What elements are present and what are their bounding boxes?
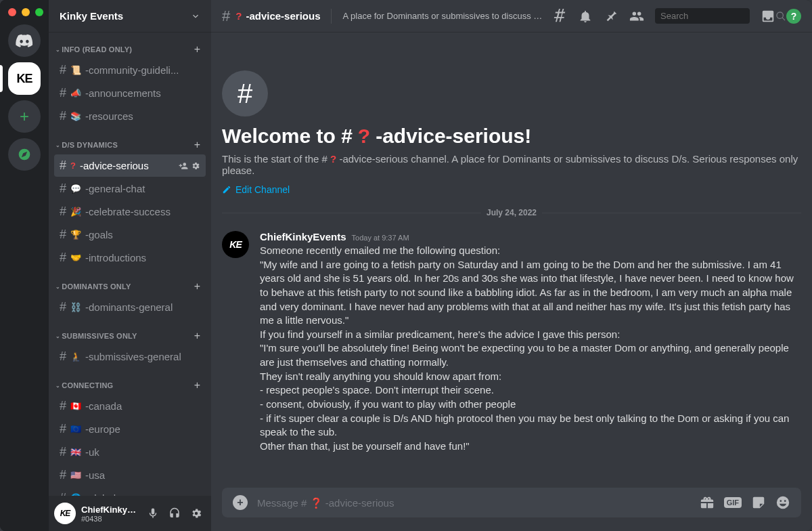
emoji-button[interactable] <box>775 495 790 510</box>
window-controls <box>8 8 43 16</box>
channel-emoji-icon: 📣 <box>70 88 81 98</box>
channel-label: -usa <box>85 469 200 481</box>
chevron-icon: ⌄ <box>55 333 60 339</box>
emoji-icon <box>775 495 790 510</box>
channel-item[interactable]: #🇺🇸-usa <box>54 464 206 486</box>
category-header[interactable]: ⌄ D/S DYNAMICS+ <box>54 139 206 154</box>
channel-item[interactable]: #🏆-goals <box>54 224 206 246</box>
settings-button[interactable] <box>187 504 206 523</box>
divider <box>331 9 332 24</box>
channel-label: -canada <box>85 400 200 412</box>
hash-icon: # <box>60 86 66 100</box>
channel-list[interactable]: ⌄ INFO (READ ONLY)+#📜-community-guideli.… <box>49 33 211 496</box>
mute-button[interactable] <box>143 504 162 523</box>
gift-button[interactable] <box>700 495 715 510</box>
channel-emoji-icon: 📜 <box>70 65 81 75</box>
bell-icon <box>578 9 593 24</box>
channel-label: -celebrate-success <box>85 206 200 217</box>
gear-icon[interactable] <box>191 161 200 171</box>
message-input[interactable] <box>257 497 690 509</box>
add-server-button[interactable]: + <box>8 100 41 133</box>
message-area[interactable]: # Welcome to # ? -advice-serious! This i… <box>211 33 812 488</box>
discord-logo-icon <box>16 34 33 47</box>
channel-item[interactable]: #💬-general-chat <box>54 177 206 200</box>
add-channel-button[interactable]: + <box>194 139 200 151</box>
maximize-window-button[interactable] <box>35 8 43 16</box>
microphone-icon <box>147 507 159 519</box>
channel-emoji-icon: ⛓️ <box>70 302 81 312</box>
add-channel-button[interactable]: + <box>194 43 200 56</box>
server-kinky-events[interactable]: KE <box>8 62 41 95</box>
question-icon: ? <box>70 161 76 171</box>
category-header[interactable]: ⌄ CONNECTING+ <box>54 379 206 394</box>
category: ⌄ SUBMISSIVES ONLY+#🧎-submissives-genera… <box>49 319 211 368</box>
channel-topic[interactable]: A place for Dominants or submissives to … <box>342 11 547 21</box>
explore-servers-button[interactable] <box>8 138 41 171</box>
server-name: Kinky Events <box>60 10 123 22</box>
category-header[interactable]: ⌄ SUBMISSIVES ONLY+ <box>54 330 206 345</box>
attach-button[interactable]: + <box>233 495 248 510</box>
channel-item[interactable]: #🇬🇧-uk <box>54 441 206 463</box>
channel-item[interactable]: #🤝-introductions <box>54 247 206 269</box>
members-button[interactable] <box>629 9 644 24</box>
channel-emoji-icon: 🇬🇧 <box>70 447 81 457</box>
chevron-down-icon <box>191 12 200 21</box>
gif-button[interactable]: GIF <box>724 497 742 508</box>
category-header[interactable]: ⌄ DOMINANTS ONLY+ <box>54 280 206 295</box>
help-button[interactable]: ? <box>786 9 801 24</box>
inbox-button[interactable] <box>761 9 775 24</box>
search-box[interactable] <box>655 8 750 24</box>
channel-header: # ? -advice-serious A place for Dominant… <box>211 0 812 33</box>
close-window-button[interactable] <box>8 8 16 16</box>
hash-icon: # <box>60 491 66 496</box>
sticker-button[interactable] <box>751 495 766 510</box>
gear-icon <box>190 507 202 519</box>
channel-item[interactable]: #🇨🇦-canada <box>54 395 206 417</box>
message-avatar[interactable]: KE <box>222 231 249 258</box>
category-header[interactable]: ⌄ INFO (READ ONLY)+ <box>54 43 206 58</box>
channel-emoji-icon: 📚 <box>70 111 81 121</box>
channel-item[interactable]: #🇪🇺-europe <box>54 418 206 440</box>
pinned-button[interactable] <box>604 9 618 24</box>
gift-icon <box>700 495 715 510</box>
message-author[interactable]: ChiefKinkyEvents <box>260 231 346 242</box>
channel-item[interactable]: #📜-community-guideli... <box>54 59 206 81</box>
server-header[interactable]: Kinky Events <box>49 0 211 33</box>
channel-label: -announcements <box>85 87 200 99</box>
message-input-box[interactable]: + GIF <box>222 488 801 517</box>
add-channel-button[interactable]: + <box>194 330 200 342</box>
add-channel-button[interactable]: + <box>194 379 200 391</box>
channel-item[interactable]: #📚-resources <box>54 105 206 127</box>
threads-icon <box>552 9 567 24</box>
add-channel-button[interactable]: + <box>194 280 200 293</box>
category-name: ⌄ DOMINANTS ONLY <box>55 282 131 291</box>
edit-channel-link[interactable]: Edit Channel <box>222 184 290 195</box>
category-name: ⌄ D/S DYNAMICS <box>55 141 118 149</box>
invite-icon[interactable] <box>179 161 188 171</box>
pencil-icon <box>222 185 231 194</box>
discord-home-button[interactable] <box>8 24 41 57</box>
search-input[interactable] <box>659 9 775 22</box>
compass-icon <box>18 148 31 161</box>
channel-item[interactable]: #⛓️-dominants-general <box>54 296 206 318</box>
channel-item[interactable]: #🎉-celebrate-success <box>54 200 206 223</box>
channel-item[interactable]: #?-advice-serious <box>54 154 206 177</box>
hash-icon: # <box>60 468 66 482</box>
channel-item[interactable]: #📣-announcements <box>54 82 206 104</box>
threads-button[interactable] <box>552 9 567 24</box>
hash-icon: # <box>60 228 66 242</box>
server-rail: KE + <box>0 0 49 531</box>
channel-emoji-icon: 🤝 <box>70 253 81 263</box>
message-input-area: + GIF <box>211 488 812 531</box>
channel-item[interactable]: #🧎-submissives-general <box>54 345 206 368</box>
channel-label: -community-guideli... <box>85 64 200 76</box>
message: KE ChiefKinkyEvents Today at 9:37 AM Som… <box>222 228 801 456</box>
channel-item[interactable]: #🌐-global <box>54 487 206 496</box>
notifications-button[interactable] <box>578 9 593 24</box>
channel-label: -submissives-general <box>85 351 200 362</box>
welcome-hash-icon: # <box>222 70 268 116</box>
minimize-window-button[interactable] <box>22 8 30 16</box>
deafen-button[interactable] <box>165 504 184 523</box>
chevron-icon: ⌄ <box>55 47 60 53</box>
user-avatar[interactable]: KE <box>54 503 76 524</box>
